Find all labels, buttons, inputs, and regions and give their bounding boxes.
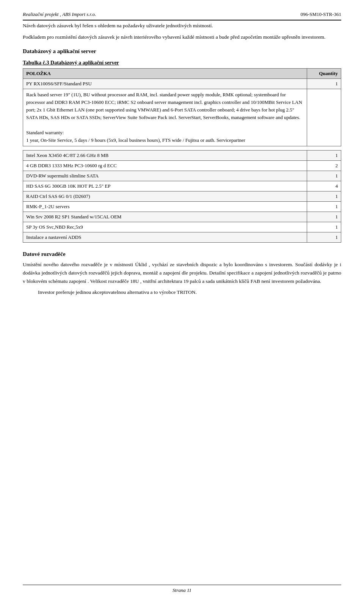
- section1-heading: Databázový a aplikační server: [23, 48, 341, 55]
- table-cell-qty: 2: [307, 161, 341, 171]
- table-cell-item: Win Srv 2008 R2 SP1 Standard w/15CAL OEM: [23, 212, 307, 222]
- table-row: Intel Xeon X3450 4C/8T 2.66 GHz 8 MB1: [23, 151, 341, 161]
- footer-label: Strana 11: [173, 587, 191, 593]
- section2-para1: Umístění nového datového rozvaděče je v …: [23, 260, 341, 285]
- table-cell-item: RMK-P_1-2U servers: [23, 202, 307, 212]
- table-row: PY RX100S6/SFF/Standard PSU1: [23, 78, 341, 89]
- table-cell-item: RAID Ctrl SAS 6G 0/1 (D2607): [23, 191, 307, 202]
- table-cell-qty: 4: [307, 181, 341, 191]
- section2-heading: Datové rozvaděče: [23, 251, 341, 257]
- page-header: Realizační projekt , ABS Import s.r.o. 0…: [23, 11, 341, 20]
- table-row: RMK-P_1-2U servers1: [23, 202, 341, 212]
- table-cell-item: 4 GB DDR3 1333 MHz PC3-10600 rg d ECC: [23, 161, 307, 171]
- table-cell-qty: 1: [307, 171, 341, 181]
- table-cell-qty: 1: [307, 212, 341, 222]
- table-cell-item: Intel Xeon X3450 4C/8T 2.66 GHz 8 MB: [23, 151, 307, 161]
- table-cell-qty: [307, 89, 341, 146]
- table-row: RAID Ctrl SAS 6G 0/1 (D2607)1: [23, 191, 341, 202]
- table-row: DVD-RW supermulti slimline SATA1: [23, 171, 341, 181]
- table-cell-item: DVD-RW supermulti slimline SATA: [23, 171, 307, 181]
- page: Realizační projekt , ABS Import s.r.o. 0…: [0, 0, 364, 604]
- table-cell-item: PY RX100S6/SFF/Standard PSU: [23, 78, 307, 89]
- table-cell-qty: 1: [307, 202, 341, 212]
- table-cell-qty: 1: [307, 151, 341, 161]
- table-row: Rack based server 19" (1U), BU without p…: [23, 89, 341, 146]
- table-header-row: POLOŽKA Quantity: [23, 68, 341, 78]
- table-row: HD SAS 6G 300GB 10K HOT PL 2.5" EP4: [23, 181, 341, 191]
- table-row: Win Srv 2008 R2 SP1 Standard w/15CAL OEM…: [23, 212, 341, 222]
- table-caption: Tabulka č.3 Databázový a aplikační serve…: [23, 60, 341, 66]
- col-qty-header: Quantity: [307, 68, 341, 78]
- section2-para2: Investor preferuje jedinou akceptovateln…: [23, 288, 341, 297]
- intro-para1: Návrh datových zásuvek byl řešen s ohled…: [23, 22, 341, 30]
- col-item-header: POLOŽKA: [23, 68, 307, 78]
- page-footer: Strana 11: [23, 585, 341, 593]
- table-spacer-row: [23, 146, 341, 151]
- intro-para2: Podkladem pro rozmístění datových zásuve…: [23, 33, 341, 41]
- header-left: Realizační projekt , ABS Import s.r.o.: [23, 11, 96, 17]
- table-cell-qty: 1: [307, 191, 341, 202]
- table-cell-qty: 1: [307, 78, 341, 89]
- table-cell-item: HD SAS 6G 300GB 10K HOT PL 2.5" EP: [23, 181, 307, 191]
- table-cell-item: SP 3y OS Svc,NBD Rec,5x9: [23, 222, 307, 232]
- table-cell-item: Instalace a nastavení ADDS: [23, 232, 307, 243]
- main-table: POLOŽKA Quantity PY RX100S6/SFF/Standard…: [23, 68, 341, 243]
- table-cell-qty: 1: [307, 222, 341, 232]
- header-right: 096-SM10-STR-361: [300, 11, 341, 17]
- table-row: SP 3y OS Svc,NBD Rec,5x91: [23, 222, 341, 232]
- table-cell-item: Rack based server 19" (1U), BU without p…: [23, 89, 307, 146]
- table-cell-qty: 1: [307, 232, 341, 243]
- table-row: Instalace a nastavení ADDS1: [23, 232, 341, 243]
- table-row: 4 GB DDR3 1333 MHz PC3-10600 rg d ECC2: [23, 161, 341, 171]
